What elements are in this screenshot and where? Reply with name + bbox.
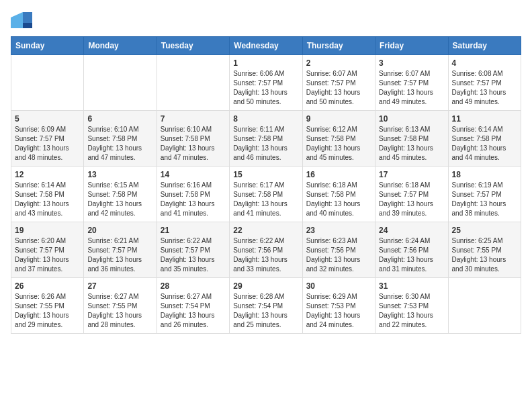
day-info: Sunrise: 6:15 AM Sunset: 7:58 PM Dayligh…: [87, 181, 152, 218]
day-number: 17: [379, 170, 444, 179]
svg-marker-0: [23, 12, 32, 23]
day-number: 28: [161, 281, 226, 291]
calendar-week-row: 12Sunrise: 6:14 AM Sunset: 7:58 PM Dayli…: [11, 167, 521, 222]
day-number: 30: [306, 281, 371, 291]
day-number: 10: [379, 114, 444, 124]
calendar-cell: [84, 55, 157, 111]
calendar-cell: 29Sunrise: 6:28 AM Sunset: 7:54 PM Dayli…: [230, 278, 302, 334]
day-info: Sunrise: 6:26 AM Sunset: 7:55 PM Dayligh…: [15, 292, 80, 330]
calendar-cell: 24Sunrise: 6:24 AM Sunset: 7:56 PM Dayli…: [375, 222, 448, 278]
day-info: Sunrise: 6:09 AM Sunset: 7:57 PM Dayligh…: [15, 125, 80, 163]
calendar-cell: [11, 55, 84, 111]
day-info: Sunrise: 6:19 AM Sunset: 7:57 PM Dayligh…: [452, 181, 517, 218]
day-info: Sunrise: 6:14 AM Sunset: 7:58 PM Dayligh…: [452, 125, 517, 163]
calendar-cell: 18Sunrise: 6:19 AM Sunset: 7:57 PM Dayli…: [448, 167, 521, 222]
day-number: 5: [15, 114, 80, 124]
day-number: 20: [87, 226, 152, 235]
day-info: Sunrise: 6:06 AM Sunset: 7:57 PM Dayligh…: [233, 69, 298, 107]
calendar-header-row: SundayMondayTuesdayWednesdayThursdayFrid…: [11, 37, 521, 55]
svg-marker-1: [23, 23, 32, 28]
day-number: 6: [87, 114, 152, 124]
day-number: 19: [15, 226, 80, 235]
calendar-cell: 13Sunrise: 6:15 AM Sunset: 7:58 PM Dayli…: [84, 167, 157, 222]
column-header-saturday: Saturday: [448, 37, 521, 55]
day-number: 16: [306, 170, 371, 179]
calendar-cell: 16Sunrise: 6:18 AM Sunset: 7:58 PM Dayli…: [302, 167, 375, 222]
day-number: 27: [87, 281, 152, 291]
calendar-cell: 4Sunrise: 6:08 AM Sunset: 7:57 PM Daylig…: [448, 55, 521, 111]
calendar-cell: 9Sunrise: 6:12 AM Sunset: 7:58 PM Daylig…: [302, 111, 375, 167]
day-info: Sunrise: 6:18 AM Sunset: 7:58 PM Dayligh…: [306, 181, 371, 218]
calendar-cell: 26Sunrise: 6:26 AM Sunset: 7:55 PM Dayli…: [11, 278, 84, 334]
day-number: 15: [233, 170, 298, 179]
calendar-cell: 12Sunrise: 6:14 AM Sunset: 7:58 PM Dayli…: [11, 167, 84, 222]
day-number: 9: [306, 114, 371, 124]
calendar-week-row: 5Sunrise: 6:09 AM Sunset: 7:57 PM Daylig…: [11, 111, 521, 167]
day-info: Sunrise: 6:07 AM Sunset: 7:57 PM Dayligh…: [306, 69, 371, 107]
day-info: Sunrise: 6:27 AM Sunset: 7:54 PM Dayligh…: [161, 292, 226, 330]
calendar-cell: 20Sunrise: 6:21 AM Sunset: 7:57 PM Dayli…: [84, 222, 157, 278]
calendar-cell: 2Sunrise: 6:07 AM Sunset: 7:57 PM Daylig…: [302, 55, 375, 111]
calendar-cell: 5Sunrise: 6:09 AM Sunset: 7:57 PM Daylig…: [11, 111, 84, 167]
page-header: [11, 11, 521, 28]
day-number: 1: [233, 58, 298, 68]
day-number: 24: [379, 226, 444, 235]
logo: [11, 11, 34, 28]
calendar-cell: 14Sunrise: 6:16 AM Sunset: 7:58 PM Dayli…: [157, 167, 229, 222]
day-number: 11: [452, 114, 517, 124]
column-header-monday: Monday: [84, 37, 157, 55]
day-info: Sunrise: 6:28 AM Sunset: 7:54 PM Dayligh…: [233, 292, 298, 330]
day-number: 22: [233, 226, 298, 235]
calendar-cell: 28Sunrise: 6:27 AM Sunset: 7:54 PM Dayli…: [157, 278, 229, 334]
day-info: Sunrise: 6:12 AM Sunset: 7:58 PM Dayligh…: [306, 125, 371, 163]
day-number: 26: [15, 281, 80, 291]
day-info: Sunrise: 6:17 AM Sunset: 7:58 PM Dayligh…: [233, 181, 298, 218]
column-header-thursday: Thursday: [302, 37, 375, 55]
calendar-cell: 23Sunrise: 6:23 AM Sunset: 7:56 PM Dayli…: [302, 222, 375, 278]
day-number: 12: [15, 170, 80, 179]
calendar-cell: 7Sunrise: 6:10 AM Sunset: 7:58 PM Daylig…: [157, 111, 229, 167]
calendar-cell: 31Sunrise: 6:30 AM Sunset: 7:53 PM Dayli…: [375, 278, 448, 334]
day-number: 7: [161, 114, 226, 124]
day-number: 8: [233, 114, 298, 124]
calendar-cell: 1Sunrise: 6:06 AM Sunset: 7:57 PM Daylig…: [230, 55, 302, 111]
day-info: Sunrise: 6:10 AM Sunset: 7:58 PM Dayligh…: [87, 125, 152, 163]
calendar-cell: 27Sunrise: 6:27 AM Sunset: 7:55 PM Dayli…: [84, 278, 157, 334]
calendar-cell: [157, 55, 229, 111]
svg-marker-2: [11, 12, 23, 28]
day-info: Sunrise: 6:27 AM Sunset: 7:55 PM Dayligh…: [87, 292, 152, 330]
calendar-cell: 15Sunrise: 6:17 AM Sunset: 7:58 PM Dayli…: [230, 167, 302, 222]
calendar-cell: 3Sunrise: 6:07 AM Sunset: 7:57 PM Daylig…: [375, 55, 448, 111]
calendar-cell: 19Sunrise: 6:20 AM Sunset: 7:57 PM Dayli…: [11, 222, 84, 278]
day-info: Sunrise: 6:13 AM Sunset: 7:58 PM Dayligh…: [379, 125, 444, 163]
calendar-cell: 30Sunrise: 6:29 AM Sunset: 7:53 PM Dayli…: [302, 278, 375, 334]
day-number: 3: [379, 58, 444, 68]
day-number: 21: [161, 226, 226, 235]
day-number: 13: [87, 170, 152, 179]
day-info: Sunrise: 6:11 AM Sunset: 7:58 PM Dayligh…: [233, 125, 298, 163]
column-header-tuesday: Tuesday: [157, 37, 229, 55]
calendar-cell: 10Sunrise: 6:13 AM Sunset: 7:58 PM Dayli…: [375, 111, 448, 167]
day-info: Sunrise: 6:24 AM Sunset: 7:56 PM Dayligh…: [379, 236, 444, 274]
calendar-week-row: 19Sunrise: 6:20 AM Sunset: 7:57 PM Dayli…: [11, 222, 521, 278]
day-info: Sunrise: 6:30 AM Sunset: 7:53 PM Dayligh…: [379, 292, 444, 330]
calendar-cell: 8Sunrise: 6:11 AM Sunset: 7:58 PM Daylig…: [230, 111, 302, 167]
calendar-cell: [448, 278, 521, 334]
day-info: Sunrise: 6:10 AM Sunset: 7:58 PM Dayligh…: [161, 125, 226, 163]
calendar-cell: 21Sunrise: 6:22 AM Sunset: 7:57 PM Dayli…: [157, 222, 229, 278]
day-number: 14: [161, 170, 226, 179]
calendar-cell: 25Sunrise: 6:25 AM Sunset: 7:55 PM Dayli…: [448, 222, 521, 278]
calendar-cell: 22Sunrise: 6:22 AM Sunset: 7:56 PM Dayli…: [230, 222, 302, 278]
column-header-wednesday: Wednesday: [230, 37, 302, 55]
calendar-table: SundayMondayTuesdayWednesdayThursdayFrid…: [11, 36, 521, 334]
column-header-friday: Friday: [375, 37, 448, 55]
day-info: Sunrise: 6:25 AM Sunset: 7:55 PM Dayligh…: [452, 236, 517, 274]
column-header-sunday: Sunday: [11, 37, 84, 55]
day-info: Sunrise: 6:14 AM Sunset: 7:58 PM Dayligh…: [15, 181, 80, 218]
day-number: 2: [306, 58, 371, 68]
logo-icon: [11, 11, 32, 28]
day-info: Sunrise: 6:23 AM Sunset: 7:56 PM Dayligh…: [306, 236, 371, 274]
day-info: Sunrise: 6:20 AM Sunset: 7:57 PM Dayligh…: [15, 236, 80, 274]
day-number: 4: [452, 58, 517, 68]
day-info: Sunrise: 6:18 AM Sunset: 7:57 PM Dayligh…: [379, 181, 444, 218]
